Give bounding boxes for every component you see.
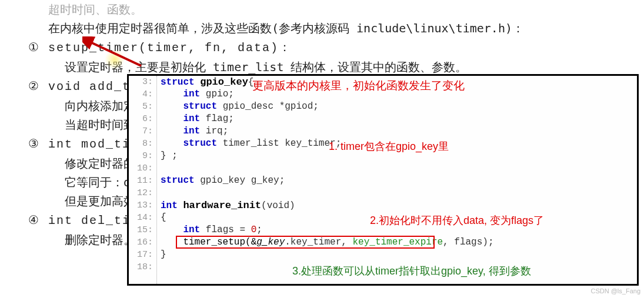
gutter-line: 17: — [129, 249, 153, 261]
intro-line: 在内核中使用定时器很简单，涉及这些函数(参考内核源码 include\linux… — [12, 19, 635, 38]
gutter-line: 8: — [129, 138, 153, 150]
annot-1: 1. timer包含在gpio_key里 — [329, 138, 449, 155]
gutter-line: 7: — [129, 125, 153, 138]
watermark: CSDN @ls_Fang — [590, 286, 640, 297]
gutter-line: 4: — [129, 88, 153, 101]
gutter-line: 9: — [129, 150, 153, 162]
code-l7: int irq;int irq; — [161, 125, 637, 138]
code-l16: timer_setup(&g_key.key_timer, key_timer_… — [161, 236, 637, 249]
gutter-line: 12: — [129, 187, 153, 199]
item1-head: ① setup_timer(timer, fn, data)： — [12, 38, 635, 58]
gutter-line: 11: — [129, 175, 153, 187]
gutter-line: 10: — [129, 162, 153, 175]
line-gutter: 3:4:5:6:7:8:9:10:11:12:13:14:15:16:17:18… — [129, 76, 157, 284]
code-l5: struct gpio_desc *gpiod; — [161, 101, 637, 113]
gutter-line: 6: — [129, 113, 153, 125]
code-l10 — [161, 162, 637, 175]
gutter-line: 16: — [129, 236, 153, 249]
code-l6: int flag;int flag; — [161, 113, 637, 125]
gutter-line: 14: — [129, 212, 153, 224]
annot-top: 更高版本的内核里，初始化函数发生了变化 — [252, 77, 465, 95]
gutter-line: 3: — [129, 76, 153, 88]
annot-3: 3.处理函数可以从timer指针取出gpio_key, 得到参数 — [292, 263, 531, 280]
code-l11: struct gpio_key g_key; — [161, 175, 637, 187]
gutter-line: 15: — [129, 224, 153, 236]
code-l17: } — [161, 249, 637, 261]
code-l13: int hardware_init(void) — [161, 199, 637, 212]
gutter-line: 18: — [129, 261, 153, 273]
gutter-line: 13: — [129, 199, 153, 212]
gutter-line: 5: — [129, 101, 153, 113]
code-l12 — [161, 187, 637, 199]
code-area: struct gpio_key{ int int gpio;gpio; stru… — [161, 76, 637, 284]
annot-2: 2.初始化时不用传入data, 变为flags了 — [370, 212, 544, 229]
code-overlay: 3:4:5:6:7:8:9:10:11:12:13:14:15:16:17:18… — [127, 74, 639, 286]
partial-line: 超时时间、函数。 — [12, 0, 635, 19]
